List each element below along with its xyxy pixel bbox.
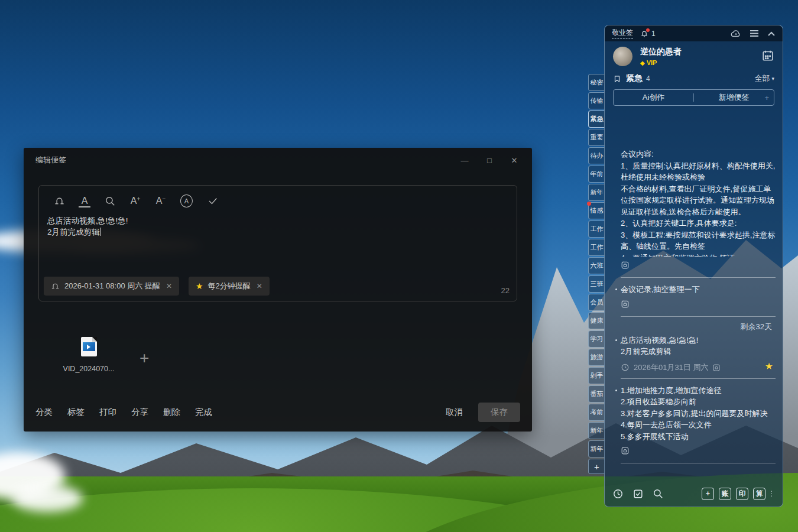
todo-box-icon[interactable]	[632, 488, 644, 499]
star-icon[interactable]: ★	[765, 361, 773, 372]
note-alarm-icon	[712, 364, 721, 372]
cloud-sync-icon[interactable]	[731, 30, 741, 38]
share-button[interactable]: 分享	[131, 407, 148, 418]
more-options-icon[interactable]: ⋮	[768, 489, 775, 498]
username: 逆位的愚者	[640, 47, 761, 57]
note-item[interactable]: 会议记录,抽空整理一下	[615, 278, 776, 317]
category-tab-年前[interactable]: 年前	[588, 166, 605, 183]
category-tab-待办[interactable]: 待办	[588, 147, 605, 164]
menu-icon[interactable]	[750, 30, 759, 37]
toolbar-button-算[interactable]: 算	[753, 488, 765, 500]
toolbar-button-+[interactable]: +	[702, 488, 714, 500]
note-text: 会议内容: 1、质量控制:认真把好原材料、构配件使用关,杜绝使用未经检验或检验 …	[621, 148, 776, 257]
bookmark-icon	[613, 74, 621, 83]
toolbar-button-账[interactable]: 账	[719, 488, 731, 500]
category-tab-工作[interactable]: 工作	[588, 220, 605, 238]
dialog-title: 编辑便签	[35, 155, 66, 166]
video-file-icon	[81, 337, 97, 356]
note-content-text: 总店活动视频,急!急!急! 2月前完成剪辑	[47, 216, 128, 236]
history-clock-icon[interactable]	[612, 488, 624, 499]
category-tab-健康[interactable]: 健康	[588, 312, 605, 329]
category-tab-新年[interactable]: 新年	[588, 184, 605, 201]
note-text: 会议记录,抽空整理一下	[621, 284, 776, 296]
category-tab-重要[interactable]: 重要	[588, 129, 605, 146]
user-row: 逆位的愚者 ◆ VIP	[605, 41, 783, 71]
category-tab-新年[interactable]: 新年	[588, 422, 605, 439]
remove-repeat-icon[interactable]: ✕	[257, 282, 262, 290]
category-tab-六班[interactable]: 六班	[588, 257, 605, 274]
font-increase-icon[interactable]: A+	[129, 194, 141, 207]
editor-toolbar: A A+ A− A	[39, 186, 517, 207]
reminder-chip[interactable]: 2026-01-31 08:00 周六 提醒 ✕	[44, 277, 179, 296]
search-icon[interactable]	[104, 194, 116, 207]
category-tab-学习[interactable]: 学习	[588, 330, 605, 348]
remove-reminder-icon[interactable]: ✕	[166, 282, 172, 290]
vip-badge: ◆ VIP	[640, 59, 761, 66]
text-caret	[100, 228, 100, 236]
note-item[interactable]: 总店活动视频,急!急!急! 2月前完成剪辑 2026年01月31日 周六 ★	[615, 333, 776, 379]
repeat-reminder-chip[interactable]: ★ 每2分钟提醒 ✕	[189, 277, 270, 296]
close-button[interactable]: ✕	[510, 156, 519, 165]
note-editor-box[interactable]: A A+ A− A 总店活动视频,急!急!急! 2月前完成剪辑	[38, 185, 517, 301]
notification-bell-icon[interactable]	[640, 30, 648, 38]
calendar-icon[interactable]	[761, 49, 774, 64]
category-tab-紧急[interactable]: 紧急	[588, 111, 605, 128]
star-icon: ★	[196, 281, 203, 291]
section-header: 紧急 4 全部 ▾	[605, 71, 783, 87]
new-note-plus-icon[interactable]: +	[764, 93, 769, 102]
font-decrease-icon[interactable]: A−	[155, 194, 167, 207]
convert-text-icon[interactable]: A	[180, 194, 193, 207]
filter-dropdown[interactable]: 全部	[754, 73, 770, 84]
category-tab-情感[interactable]: 情感	[588, 202, 605, 219]
cancel-button[interactable]: 取消	[446, 407, 463, 418]
category-button[interactable]: 分类	[35, 407, 53, 418]
toolbar-button-印[interactable]: 印	[736, 488, 748, 500]
divider	[621, 463, 776, 463]
new-note-button[interactable]: 新增便签	[694, 90, 774, 105]
tag-button[interactable]: 标签	[67, 407, 85, 418]
divider	[621, 316, 776, 317]
toolbar-right-group: +账印算	[702, 488, 765, 500]
maximize-button[interactable]: □	[485, 156, 494, 165]
avatar[interactable]	[613, 47, 632, 66]
app-title[interactable]: 敬业签	[612, 28, 633, 39]
note-item[interactable]: 会议内容: 1、质量控制:认真把好原材料、构配件使用关,杜绝使用未经检验或检验 …	[615, 142, 776, 278]
ai-create-button[interactable]: Ai创作	[614, 90, 693, 105]
check-icon[interactable]	[206, 194, 219, 207]
attachment-filename: VID_2024070...	[56, 365, 121, 373]
add-category-button[interactable]: +	[588, 459, 605, 474]
category-tab-工作[interactable]: 工作	[588, 239, 605, 256]
font-color-icon[interactable]: A	[79, 194, 90, 207]
notification-dot	[646, 28, 650, 32]
cloud	[12, 485, 83, 512]
collapse-icon[interactable]	[767, 31, 776, 37]
caret-down-icon[interactable]: ▾	[771, 76, 774, 82]
complete-button[interactable]: 完成	[195, 407, 212, 418]
category-tab-传输[interactable]: 传输	[588, 92, 605, 109]
note-content-input[interactable]: 总店活动视频,急!急!急! 2月前完成剪辑	[39, 207, 517, 238]
note-item[interactable]: 1.增加地推力度,增加宣传途径 2.项目收益要稳步向前 3.对老客户多多回访,提…	[615, 379, 776, 464]
desktop: 编辑便签 — □ ✕ A A+	[0, 0, 798, 532]
category-tab-会员[interactable]: 会员	[588, 294, 605, 311]
save-button[interactable]: 保存	[478, 403, 520, 422]
attachment-item[interactable]: VID_2024070...	[56, 337, 121, 373]
category-tab-秘密[interactable]: 秘密	[588, 74, 605, 91]
add-attachment-button[interactable]: +	[140, 349, 149, 368]
category-tab-旅游[interactable]: 旅游	[588, 349, 605, 366]
minimize-button[interactable]: —	[460, 156, 469, 165]
category-tab-番茄[interactable]: 番茄	[588, 385, 605, 403]
category-tab-剁手[interactable]: 剁手	[588, 367, 605, 384]
note-reminder-meta: 2026年01月31日 周六	[621, 362, 776, 373]
notification-count: 1	[651, 30, 656, 38]
reminder-bell-icon[interactable]	[53, 194, 65, 207]
char-count: 22	[501, 286, 510, 295]
print-button[interactable]: 打印	[99, 407, 116, 418]
dialog-titlebar[interactable]: 编辑便签 — □ ✕	[24, 148, 532, 166]
delete-button[interactable]: 删除	[163, 407, 180, 418]
category-tab-新年[interactable]: 新年	[588, 440, 605, 458]
category-tab-三班[interactable]: 三班	[588, 275, 605, 293]
edit-note-dialog: 编辑便签 — □ ✕ A A+	[24, 148, 532, 432]
category-tab-考前[interactable]: 考前	[588, 404, 605, 421]
search-icon[interactable]	[653, 488, 664, 499]
panel-titlebar[interactable]: 敬业签 1	[605, 25, 783, 41]
